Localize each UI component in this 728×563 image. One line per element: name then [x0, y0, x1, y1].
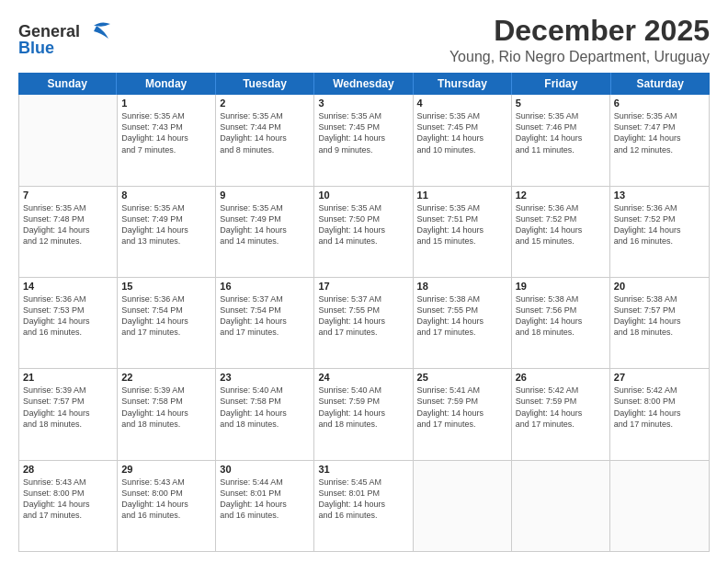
- title-block: December 2025 Young, Rio Negro Departmen…: [449, 15, 710, 65]
- daylight-hours: Daylight: 14 hours: [417, 132, 507, 144]
- daylight-hours: and 18 minutes.: [23, 419, 113, 430]
- sunrise: Sunrise: 5:43 AM: [121, 477, 211, 488]
- day-number: 23: [220, 372, 310, 383]
- header-friday: Friday: [512, 73, 610, 95]
- sunset: Sunset: 7:48 PM: [23, 213, 113, 224]
- sunset: Sunset: 7:54 PM: [220, 304, 310, 316]
- week-row-2: 14Sunrise: 5:36 AMSunset: 7:53 PMDayligh…: [19, 278, 709, 369]
- daylight-hours: and 17 minutes.: [23, 510, 113, 521]
- cal-cell: 21Sunrise: 5:39 AMSunset: 7:57 PMDayligh…: [19, 369, 118, 459]
- sunrise: Sunrise: 5:35 AM: [417, 202, 507, 213]
- sunset: Sunset: 7:43 PM: [121, 121, 211, 132]
- sunset: Sunset: 7:57 PM: [614, 304, 705, 316]
- sunset: Sunset: 7:52 PM: [614, 213, 705, 224]
- main-title: December 2025: [449, 15, 710, 47]
- cal-cell: 31Sunrise: 5:45 AMSunset: 8:01 PMDayligh…: [314, 461, 413, 551]
- sunrise: Sunrise: 5:35 AM: [220, 202, 310, 213]
- daylight-hours: and 13 minutes.: [121, 236, 211, 247]
- daylight-hours: Daylight: 14 hours: [614, 224, 705, 236]
- sunset: Sunset: 8:01 PM: [220, 488, 310, 499]
- cal-cell: 30Sunrise: 5:44 AMSunset: 8:01 PMDayligh…: [216, 461, 314, 551]
- daylight-hours: Daylight: 14 hours: [318, 224, 408, 236]
- daylight-hours: Daylight: 14 hours: [417, 316, 507, 327]
- sunrise: Sunrise: 5:42 AM: [516, 385, 606, 396]
- sunrise: Sunrise: 5:36 AM: [614, 202, 705, 213]
- sunset: Sunset: 7:55 PM: [318, 304, 408, 316]
- daylight-hours: Daylight: 14 hours: [121, 408, 211, 419]
- sunrise: Sunrise: 5:35 AM: [318, 202, 408, 213]
- daylight-hours: Daylight: 14 hours: [220, 224, 310, 236]
- week-row-0: 1Sunrise: 5:35 AMSunset: 7:43 PMDaylight…: [19, 95, 709, 186]
- daylight-hours: Daylight: 14 hours: [121, 316, 211, 327]
- daylight-hours: and 17 minutes.: [417, 327, 507, 338]
- logo-text: General Blue: [18, 18, 119, 63]
- cal-cell: 20Sunrise: 5:38 AMSunset: 7:57 PMDayligh…: [610, 278, 709, 368]
- daylight-hours: and 7 minutes.: [121, 144, 211, 155]
- sunrise: Sunrise: 5:40 AM: [220, 385, 310, 396]
- day-number: 5: [516, 98, 606, 109]
- day-number: 20: [614, 281, 705, 292]
- daylight-hours: and 17 minutes.: [417, 419, 507, 430]
- daylight-hours: Daylight: 14 hours: [121, 224, 211, 236]
- cal-cell: 22Sunrise: 5:39 AMSunset: 7:58 PMDayligh…: [118, 369, 216, 459]
- sunset: Sunset: 8:00 PM: [121, 488, 211, 499]
- cal-cell: 12Sunrise: 5:36 AMSunset: 7:52 PMDayligh…: [512, 187, 610, 277]
- cal-cell: 14Sunrise: 5:36 AMSunset: 7:53 PMDayligh…: [19, 278, 118, 368]
- cal-cell: 18Sunrise: 5:38 AMSunset: 7:55 PMDayligh…: [414, 278, 512, 368]
- day-number: 17: [318, 281, 408, 292]
- sunrise: Sunrise: 5:35 AM: [516, 110, 606, 121]
- header-tuesday: Tuesday: [216, 73, 314, 95]
- daylight-hours: and 8 minutes.: [220, 144, 310, 155]
- sunset: Sunset: 7:57 PM: [23, 396, 113, 407]
- daylight-hours: Daylight: 14 hours: [121, 132, 211, 144]
- daylight-hours: and 18 minutes.: [318, 419, 408, 430]
- day-number: 21: [23, 372, 113, 383]
- day-number: 25: [417, 372, 507, 383]
- cal-cell: 27Sunrise: 5:42 AMSunset: 8:00 PMDayligh…: [610, 369, 709, 459]
- sunset: Sunset: 7:59 PM: [318, 396, 408, 407]
- week-row-4: 28Sunrise: 5:43 AMSunset: 8:00 PMDayligh…: [19, 461, 709, 551]
- sunset: Sunset: 7:44 PM: [220, 121, 310, 132]
- cal-cell: 19Sunrise: 5:38 AMSunset: 7:56 PMDayligh…: [512, 278, 610, 368]
- daylight-hours: Daylight: 14 hours: [121, 499, 211, 510]
- week-row-3: 21Sunrise: 5:39 AMSunset: 7:57 PMDayligh…: [19, 369, 709, 460]
- cal-cell: [414, 461, 512, 551]
- cal-cell: 17Sunrise: 5:37 AMSunset: 7:55 PMDayligh…: [314, 278, 413, 368]
- daylight-hours: Daylight: 14 hours: [23, 224, 113, 236]
- week-row-1: 7Sunrise: 5:35 AMSunset: 7:48 PMDaylight…: [19, 187, 709, 278]
- daylight-hours: and 18 minutes.: [220, 419, 310, 430]
- sunset: Sunset: 7:51 PM: [417, 213, 507, 224]
- sunrise: Sunrise: 5:39 AM: [121, 385, 211, 396]
- daylight-hours: and 16 minutes.: [220, 510, 310, 521]
- sunset: Sunset: 7:58 PM: [220, 396, 310, 407]
- sunrise: Sunrise: 5:44 AM: [220, 477, 310, 488]
- daylight-hours: Daylight: 14 hours: [220, 132, 310, 144]
- daylight-hours: Daylight: 14 hours: [318, 316, 408, 327]
- sunset: Sunset: 7:58 PM: [121, 396, 211, 407]
- daylight-hours: and 16 minutes.: [121, 510, 211, 521]
- daylight-hours: Daylight: 14 hours: [417, 408, 507, 419]
- sunrise: Sunrise: 5:35 AM: [614, 110, 705, 121]
- sunrise: Sunrise: 5:43 AM: [23, 477, 113, 488]
- sunset: Sunset: 7:46 PM: [516, 121, 606, 132]
- daylight-hours: Daylight: 14 hours: [23, 408, 113, 419]
- day-number: 4: [417, 98, 507, 109]
- sunrise: Sunrise: 5:35 AM: [121, 202, 211, 213]
- daylight-hours: Daylight: 14 hours: [614, 316, 705, 327]
- day-number: 6: [614, 98, 705, 109]
- sunset: Sunset: 7:49 PM: [220, 213, 310, 224]
- sunset: Sunset: 8:00 PM: [23, 488, 113, 499]
- daylight-hours: and 16 minutes.: [318, 510, 408, 521]
- daylight-hours: Daylight: 14 hours: [516, 408, 606, 419]
- sunrise: Sunrise: 5:35 AM: [121, 110, 211, 121]
- cal-cell: 10Sunrise: 5:35 AMSunset: 7:50 PMDayligh…: [314, 187, 413, 277]
- sunrise: Sunrise: 5:35 AM: [220, 110, 310, 121]
- daylight-hours: and 16 minutes.: [614, 236, 705, 247]
- daylight-hours: Daylight: 14 hours: [23, 316, 113, 327]
- daylight-hours: Daylight: 14 hours: [220, 316, 310, 327]
- daylight-hours: and 12 minutes.: [614, 144, 705, 155]
- sunrise: Sunrise: 5:39 AM: [23, 385, 113, 396]
- sunset: Sunset: 7:59 PM: [417, 396, 507, 407]
- daylight-hours: and 18 minutes.: [121, 419, 211, 430]
- cal-cell: 11Sunrise: 5:35 AMSunset: 7:51 PMDayligh…: [414, 187, 512, 277]
